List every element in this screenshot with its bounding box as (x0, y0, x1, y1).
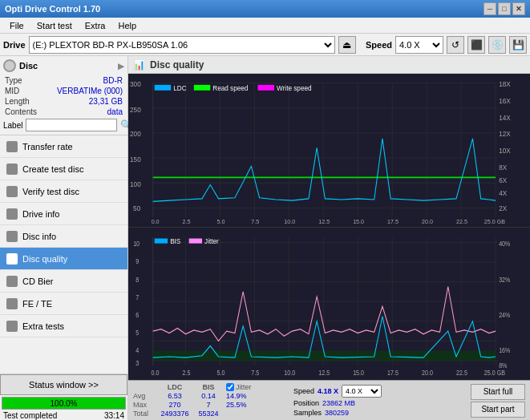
svg-rect-20 (194, 85, 210, 91)
drive-select[interactable]: (E:) PLEXTOR BD-R PX-LB950SA 1.06 (29, 36, 335, 54)
refresh-icon[interactable]: ↺ (447, 36, 464, 54)
bottom-chart: BIS Jitter 10 9 8 7 6 5 4 (128, 228, 530, 381)
chart-title: Disc quality (150, 59, 204, 71)
svg-text:BIS: BIS (170, 236, 180, 244)
menu-extra[interactable]: Extra (79, 19, 112, 32)
svg-text:0.0: 0.0 (152, 369, 160, 377)
svg-text:16%: 16% (499, 346, 510, 354)
disc-icon[interactable]: 💿 (488, 36, 506, 54)
svg-rect-69 (155, 238, 168, 243)
svg-text:20.0: 20.0 (422, 218, 433, 226)
charts-container: LDC Read speed Write speed 300 250 200 1… (128, 74, 530, 380)
svg-text:9: 9 (136, 257, 140, 265)
speed-select[interactable]: 4.0 X (395, 36, 443, 54)
svg-text:10.0: 10.0 (284, 218, 295, 226)
status-window-button[interactable]: Status window >> (0, 374, 127, 395)
sidebar-item-create-test-disc[interactable]: Create test disc (0, 158, 127, 180)
sidebar-item-extra-tests[interactable]: Extra tests (0, 315, 127, 337)
svg-text:12.5: 12.5 (318, 218, 330, 226)
drive-bar: Drive (E:) PLEXTOR BD-R PX-LB950SA 1.06 … (0, 34, 530, 56)
position-value: 23862 MB (322, 399, 355, 407)
burn-icon[interactable]: ⬛ (467, 36, 485, 54)
menu-help[interactable]: Help (111, 19, 143, 32)
jitter-avg: 14.9% (226, 392, 282, 400)
jitter-checkbox[interactable] (226, 383, 234, 391)
title-bar: Opti Drive Control 1.70 ─ □ ✕ (0, 0, 530, 18)
speed-label: Speed (366, 40, 392, 50)
status-bottom: Status window >> 100.0% Test completed 3… (0, 374, 127, 420)
sidebar-item-verify-test-disc[interactable]: Verify test disc (0, 180, 127, 203)
svg-text:14X: 14X (499, 113, 511, 122)
disc-label-input[interactable] (26, 119, 117, 131)
start-part-button[interactable]: Start part (471, 402, 525, 418)
sidebar-item-fe-te[interactable]: FE / TE (0, 293, 127, 315)
samples-label: Samples (293, 409, 322, 417)
svg-text:5: 5 (136, 329, 140, 337)
disc-change-icon[interactable]: ▶ (118, 62, 124, 71)
ldc-chart-svg: LDC Read speed Write speed 300 250 200 1… (128, 74, 530, 227)
save-icon[interactable]: 💾 (509, 36, 527, 54)
svg-text:12.5: 12.5 (318, 369, 330, 377)
sidebar-item-cd-bier[interactable]: CD Bier (0, 270, 127, 293)
menu-start-test[interactable]: Start test (30, 19, 79, 32)
svg-text:10.0: 10.0 (284, 369, 295, 377)
eject-icon[interactable]: ⏏ (338, 36, 356, 54)
disc-label-row: Label 🔍 (3, 119, 124, 131)
svg-text:150: 150 (130, 155, 141, 164)
svg-text:7.5: 7.5 (251, 218, 259, 226)
nav-label-verify-test: Verify test disc (22, 187, 79, 196)
sidebar-item-disc-info[interactable]: Disc info (0, 225, 127, 248)
sidebar-item-transfer-rate[interactable]: Transfer rate (0, 135, 127, 158)
nav-label-extra-tests: Extra tests (22, 321, 64, 331)
svg-text:25.0 GB: 25.0 GB (484, 218, 505, 226)
status-completed-text: Test completed (3, 411, 57, 420)
nav-label-fe-te: FE / TE (22, 299, 52, 309)
samples-value: 380259 (325, 409, 349, 417)
disc-panel: Disc ▶ Type BD-R MID VERBATIMe (000) Len… (0, 56, 127, 135)
svg-text:10: 10 (133, 240, 140, 248)
svg-text:2.5: 2.5 (182, 218, 190, 226)
svg-text:6X: 6X (499, 176, 507, 185)
svg-text:2.5: 2.5 (182, 369, 190, 377)
svg-text:22.5: 22.5 (456, 218, 467, 226)
disc-header: Disc ▶ (3, 59, 124, 72)
nav-label-transfer-rate: Transfer rate (22, 142, 73, 151)
fe-te-icon (6, 298, 18, 309)
svg-text:8: 8 (136, 275, 140, 283)
svg-text:24%: 24% (499, 311, 510, 319)
svg-text:17.5: 17.5 (387, 218, 399, 226)
jitter-label: Jitter (236, 383, 252, 391)
menu-file[interactable]: File (3, 19, 30, 32)
close-button[interactable]: ✕ (512, 2, 525, 15)
menu-bar: File Start test Extra Help (0, 18, 530, 34)
app-title: Opti Drive Control 1.70 (5, 4, 100, 14)
progress-bar-container: 100.0% (2, 397, 126, 410)
nav-items: Transfer rate Create test disc Verify te… (0, 135, 127, 374)
main-content: Disc ▶ Type BD-R MID VERBATIMe (000) Len… (0, 56, 530, 420)
svg-text:15.0: 15.0 (353, 369, 364, 377)
minimize-button[interactable]: ─ (483, 2, 496, 15)
transfer-rate-icon (6, 141, 18, 152)
svg-text:18X: 18X (499, 80, 511, 89)
svg-text:50: 50 (133, 204, 140, 212)
svg-text:7.5: 7.5 (251, 369, 259, 377)
start-full-button[interactable]: Start full (471, 384, 525, 400)
sidebar-item-drive-info[interactable]: Drive info (0, 203, 127, 225)
svg-text:2X: 2X (499, 204, 507, 212)
disc-quality-icon (6, 253, 18, 265)
sidebar-item-disc-quality[interactable]: Disc quality (0, 248, 127, 270)
svg-text:Write speed: Write speed (277, 83, 312, 92)
disc-mid-value: VERBATIMe (000) (57, 87, 123, 95)
svg-text:300: 300 (130, 80, 141, 89)
speed-select-info[interactable]: 4.0 X (342, 385, 382, 398)
svg-text:40%: 40% (499, 240, 510, 248)
row-label-avg: Avg (133, 392, 157, 400)
disc-length-label: Length (5, 97, 30, 106)
col-header-ldc: LDC (159, 383, 191, 391)
maximize-button[interactable]: □ (498, 2, 511, 15)
svg-text:17.5: 17.5 (387, 369, 399, 377)
jitter-max: 25.5% (226, 401, 282, 409)
cd-bier-icon (6, 276, 18, 287)
svg-text:8%: 8% (499, 361, 507, 369)
speed-value: 4.18 X (318, 387, 338, 395)
